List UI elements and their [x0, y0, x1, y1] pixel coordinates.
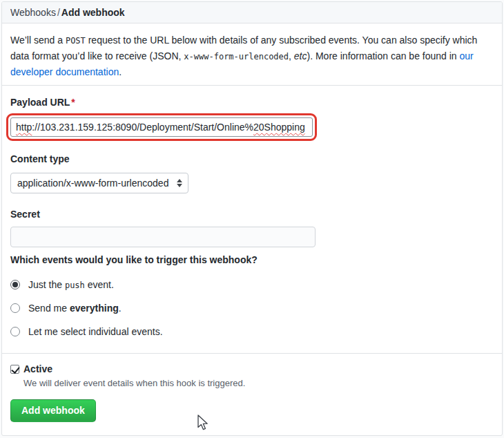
- radio-option-send-everything[interactable]: Send me everything.: [10, 303, 494, 314]
- url-segment: ://103.231.159.125:8090/Deployment/Start…: [32, 122, 253, 133]
- breadcrumb-webhooks-link[interactable]: Webhooks: [10, 7, 56, 18]
- radio-label-text: event.: [85, 279, 114, 290]
- post-code: POST: [66, 36, 86, 46]
- breadcrumb: Webhooks/Add webhook: [2, 2, 502, 23]
- webhook-description: We’ll send a POST request to the URL bel…: [2, 23, 502, 86]
- page-title: Add webhook: [61, 7, 125, 18]
- active-note: We will deliver event details when this …: [23, 378, 494, 388]
- events-question: Which events would you like to trigger t…: [10, 254, 494, 265]
- radio-option-push-event[interactable]: Just the push event.: [10, 279, 494, 290]
- secret-input[interactable]: [10, 227, 316, 247]
- radio-button-icon[interactable]: [10, 303, 20, 313]
- radio-label-text: Let me select individual events.: [28, 326, 163, 337]
- radio-label-text: Just the: [28, 279, 65, 290]
- radio-label-text: Send me: [28, 303, 70, 314]
- content-type-select[interactable]: application/x-www-form-urlencoded: [10, 173, 188, 193]
- select-updown-icon: [177, 179, 182, 187]
- url-segment: 20Shopping: [253, 122, 305, 133]
- required-asterisk: *: [71, 97, 75, 108]
- content-type-label: Content type: [10, 153, 494, 164]
- push-code: push: [65, 280, 85, 290]
- secret-label: Secret: [10, 209, 494, 220]
- active-label: Active: [23, 363, 52, 374]
- payload-url-label-text: Payload URL: [10, 97, 70, 108]
- add-webhook-button[interactable]: Add webhook: [10, 399, 96, 422]
- urlencoded-code: x-www-form-urlencoded: [184, 52, 289, 61]
- breadcrumb-separator: /: [56, 7, 61, 18]
- active-checkbox-row[interactable]: Active: [10, 363, 494, 374]
- description-text: ). More information can be found in: [307, 50, 460, 61]
- description-text: .: [119, 66, 122, 77]
- payload-url-input[interactable]: http://103.231.159.125:8090/Deployment/S…: [10, 117, 313, 137]
- radio-option-label: Send me everything.: [28, 303, 122, 314]
- etc-text: etc: [294, 50, 307, 61]
- everything-bold-text: everything: [70, 303, 119, 314]
- radio-option-label: Just the push event.: [28, 279, 114, 290]
- radio-button-icon[interactable]: [10, 280, 20, 289]
- radio-label-text: .: [119, 303, 122, 314]
- content-type-selected-value: application/x-www-form-urlencoded: [17, 178, 168, 189]
- url-segment: http: [16, 122, 32, 133]
- radio-option-label: Let me select individual events.: [28, 326, 163, 337]
- add-webhook-panel: Webhooks/Add webhook We’ll send a POST r…: [1, 1, 503, 436]
- description-text: ,: [289, 50, 294, 61]
- webhook-form: Payload URL* http://103.231.159.125:8090…: [2, 86, 502, 353]
- active-checkbox[interactable]: [10, 365, 19, 374]
- radio-option-individual-events[interactable]: Let me select individual events.: [10, 326, 494, 337]
- payload-url-label: Payload URL*: [10, 97, 494, 108]
- description-text: We’ll send a: [10, 35, 66, 46]
- active-section: Active We will deliver event details whe…: [2, 353, 502, 436]
- radio-button-icon[interactable]: [10, 327, 20, 336]
